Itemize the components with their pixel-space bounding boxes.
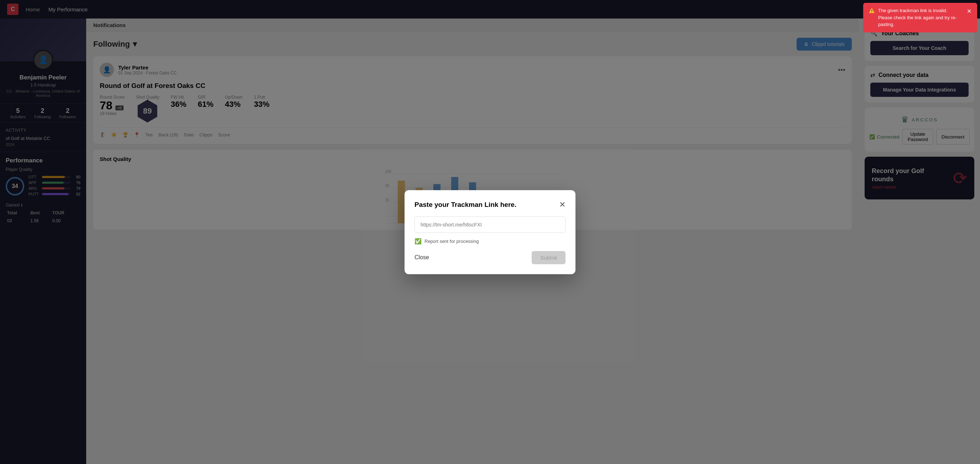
modal-submit-button[interactable]: Submit (532, 251, 565, 264)
modal-header: Paste your Trackman Link here. ✕ (415, 200, 565, 210)
trackman-link-input[interactable] (415, 216, 565, 233)
error-toast: ⚠️ The given trackman link is invalid. P… (863, 3, 977, 32)
modal-overlay[interactable]: Paste your Trackman Link here. ✕ ✅ Repor… (0, 0, 980, 464)
modal-close-x-button[interactable]: ✕ (559, 200, 565, 210)
modal-box: Paste your Trackman Link here. ✕ ✅ Repor… (404, 190, 576, 274)
warning-icon: ⚠️ (869, 7, 875, 14)
modal-close-button[interactable]: Close (415, 254, 429, 261)
modal-success-message: ✅ Report sent for processing (415, 238, 565, 245)
success-text: Report sent for processing (425, 238, 479, 244)
toast-message: The given trackman link is invalid. Plea… (878, 7, 961, 28)
modal-title: Paste your Trackman Link here. (415, 201, 516, 209)
modal-footer: Close Submit (415, 251, 565, 264)
toast-close-button[interactable]: ✕ (967, 7, 972, 16)
success-check-icon: ✅ (415, 238, 422, 245)
